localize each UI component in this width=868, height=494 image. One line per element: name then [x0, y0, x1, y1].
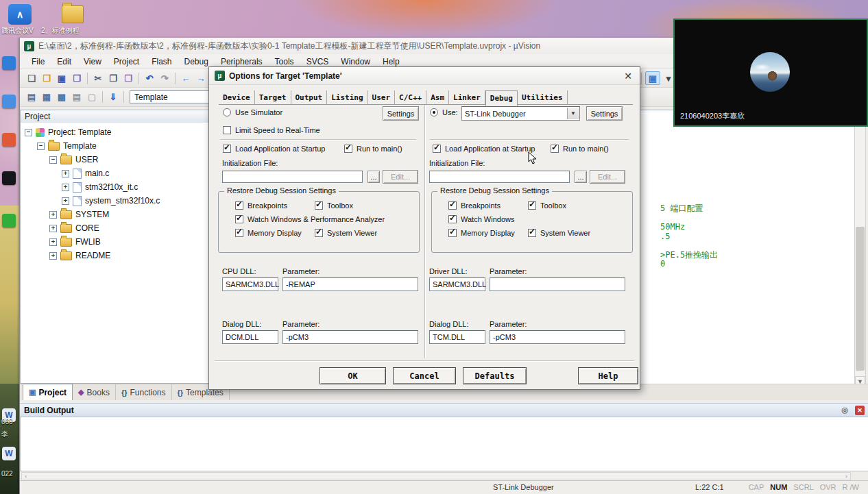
- hw-load-app-checkbox[interactable]: Load Application at Startup: [433, 145, 535, 153]
- sim-edit-button[interactable]: Edit...: [383, 170, 418, 184]
- translate-icon[interactable]: ▤: [25, 91, 38, 103]
- cut-icon[interactable]: ✂: [91, 72, 105, 84]
- dialog-tab-utilities[interactable]: Utilities: [518, 90, 568, 104]
- desktop-shortcut-word-2[interactable]: W: [2, 447, 16, 460]
- save-icon[interactable]: ▣: [55, 72, 69, 84]
- tab-books[interactable]: ◆Books: [73, 384, 116, 400]
- save-all-icon[interactable]: ❒: [70, 72, 84, 84]
- menu-peripherals[interactable]: Peripherals: [215, 55, 269, 68]
- limit-speed-checkbox[interactable]: Limit Speed to Real-Time: [223, 126, 320, 134]
- download-icon[interactable]: ⇓: [106, 91, 120, 103]
- hw-run-main-checkbox[interactable]: Run to main(): [551, 145, 609, 153]
- expand-icon[interactable]: +: [62, 170, 69, 177]
- cpu-dll-input[interactable]: SARMCM3.DLL: [222, 277, 278, 291]
- sim-dialog-param-input[interactable]: -pCM3: [282, 330, 418, 344]
- sim-load-app-checkbox[interactable]: Load Application at Startup: [223, 145, 325, 153]
- sim-dialog-dll-input[interactable]: DCM.DLL: [222, 330, 278, 344]
- cancel-button[interactable]: Cancel: [393, 367, 456, 384]
- open-file-icon[interactable]: ❒: [40, 72, 53, 84]
- checkbox-icon[interactable]: [235, 201, 243, 210]
- cpu-param-input[interactable]: -REMAP: [282, 277, 418, 291]
- dialog-tab-debug[interactable]: Debug: [485, 90, 518, 106]
- defaults-button[interactable]: Defaults: [463, 367, 527, 384]
- dialog-tab-asm[interactable]: Asm: [426, 90, 449, 104]
- tree-item-system-stm32f10x-c[interactable]: +system_stm32f10x.c: [21, 194, 232, 208]
- window-layout-icon[interactable]: ▣: [645, 71, 660, 85]
- hw-watch-checkbox[interactable]: Watch Windows: [448, 215, 514, 223]
- tree-item-fwlib[interactable]: +FWLIB: [21, 235, 232, 249]
- menu-debug[interactable]: Debug: [178, 55, 215, 68]
- checkbox-icon[interactable]: [448, 215, 457, 223]
- expand-icon[interactable]: +: [62, 197, 69, 205]
- menu-svcs[interactable]: SVCS: [300, 55, 335, 68]
- sim-browse-button[interactable]: ...: [367, 171, 380, 183]
- dialog-close-icon[interactable]: ✕: [622, 71, 634, 82]
- help-button[interactable]: Help: [578, 367, 638, 384]
- tab-functions[interactable]: {}Functions: [116, 384, 172, 400]
- tree-item-main-c[interactable]: +main.c: [21, 166, 232, 180]
- menu-project[interactable]: Project: [108, 55, 145, 68]
- checkbox-icon[interactable]: [448, 201, 457, 210]
- hw-browse-button[interactable]: ...: [575, 171, 587, 183]
- stop-build-icon[interactable]: ▢: [85, 91, 99, 103]
- scrollbar-thumb[interactable]: [856, 227, 865, 371]
- dialog-tab-linker[interactable]: Linker: [449, 90, 485, 104]
- checkbox-icon[interactable]: [528, 229, 536, 237]
- tree-item-user[interactable]: −USER: [21, 153, 232, 166]
- use-simulator-radio[interactable]: Use Simulator: [223, 108, 282, 116]
- sim-watch-checkbox[interactable]: Watch Windows & Performance Analyzer: [235, 215, 385, 223]
- undo-icon[interactable]: ↶: [143, 72, 156, 84]
- checkbox-icon[interactable]: [344, 145, 352, 153]
- expand-icon[interactable]: +: [49, 211, 57, 219]
- collapse-icon[interactable]: −: [49, 156, 57, 164]
- collapse-icon[interactable]: −: [37, 143, 45, 150]
- ok-button[interactable]: OK: [320, 367, 386, 384]
- tree-item-system[interactable]: +SYSTEM: [21, 208, 232, 221]
- copy-icon[interactable]: ❐: [106, 72, 120, 84]
- driver-dll-input[interactable]: SARMCM3.DLL: [429, 277, 485, 291]
- tree-item-template[interactable]: −Template: [21, 139, 232, 153]
- radio-icon[interactable]: [223, 108, 231, 116]
- sim-memory-checkbox[interactable]: Memory Display: [235, 229, 302, 237]
- checkbox-icon[interactable]: [315, 201, 323, 210]
- expand-icon[interactable]: +: [49, 238, 57, 246]
- hw-breakpoints-checkbox[interactable]: Breakpoints: [448, 201, 501, 210]
- chevron-down-icon[interactable]: ▼: [567, 108, 579, 119]
- checkbox-icon[interactable]: [235, 215, 243, 223]
- output-horizontal-scrollbar[interactable]: ‹ ›: [21, 472, 851, 480]
- menu-tools[interactable]: Tools: [269, 55, 300, 68]
- tree-item-readme[interactable]: +README: [21, 249, 232, 262]
- menu-view[interactable]: View: [77, 55, 108, 68]
- target-select[interactable]: Template: [130, 90, 217, 103]
- menu-help[interactable]: Help: [376, 55, 406, 68]
- debugger-settings-button[interactable]: Settings: [586, 106, 623, 121]
- dialog-tab-target[interactable]: Target: [255, 90, 291, 104]
- hw-edit-button[interactable]: Edit...: [590, 170, 625, 184]
- tab-project[interactable]: ▣Project: [23, 384, 73, 400]
- debugger-select[interactable]: ST-Link Debugger ▼: [461, 106, 580, 121]
- sim-toolbox-checkbox[interactable]: Toolbox: [315, 201, 353, 210]
- use-debugger-radio[interactable]: Use:: [430, 108, 458, 116]
- desktop-shortcut-blue-2[interactable]: [2, 95, 16, 108]
- editor-vertical-scrollbar[interactable]: ▲ ▼: [854, 110, 866, 387]
- hw-dialog-param-input[interactable]: -pCM3: [490, 330, 625, 344]
- desktop-folder-icon[interactable]: [62, 5, 84, 23]
- hw-toolbox-checkbox[interactable]: Toolbox: [528, 201, 566, 210]
- menu-edit[interactable]: Edit: [51, 55, 77, 68]
- menu-flash[interactable]: Flash: [145, 55, 178, 68]
- sim-run-main-checkbox[interactable]: Run to main(): [344, 145, 402, 153]
- desktop-shortcut-blue-1[interactable]: [2, 56, 16, 70]
- pin-icon[interactable]: ◎: [841, 406, 848, 415]
- sim-sysviewer-checkbox[interactable]: System Viewer: [315, 229, 377, 237]
- dialog-tab-user[interactable]: User: [368, 90, 396, 104]
- driver-param-input[interactable]: [490, 277, 625, 291]
- desktop-shortcut-qq[interactable]: [2, 171, 16, 185]
- checkbox-icon[interactable]: [235, 229, 243, 237]
- checkbox-icon[interactable]: [315, 229, 323, 237]
- scroll-right-icon[interactable]: ›: [843, 473, 850, 480]
- checkbox-icon[interactable]: [551, 145, 559, 153]
- menu-window[interactable]: Window: [335, 55, 376, 68]
- dialog-tab-output[interactable]: Output: [291, 90, 328, 104]
- expand-icon[interactable]: +: [62, 184, 69, 191]
- expand-icon[interactable]: +: [49, 252, 57, 260]
